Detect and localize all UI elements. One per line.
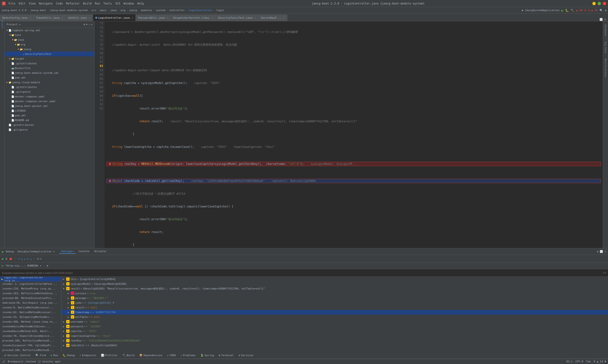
indent-indicator[interactable]: Tab (586, 360, 591, 363)
var-item[interactable]: ▶ o this = {LoginController@16054} (62, 277, 608, 281)
var-item[interactable]: ▶ o result = = null (62, 305, 608, 310)
notifications-icon[interactable]: Notifications (604, 59, 607, 77)
debug-step-over-btn[interactable]: ↷ (18, 257, 20, 261)
var-item-realkey[interactable]: ▶ o realKey = = "2297e308e8b97aed9fb3274… (62, 338, 608, 343)
breadcrumb-item-10[interactable]: controller (169, 9, 185, 12)
breadcrumb-item-1[interactable]: jeecg-boot (30, 9, 46, 12)
debug-frame[interactable]: invokeJoinpoint:749, CglibAopPr... (0, 343, 61, 348)
tab-dispatcher-servlet[interactable]: DispatcherServlet.class ✕ (171, 14, 215, 21)
tree-item[interactable]: 📄 .gitattributes (5, 122, 94, 127)
breadcrumb-item-3[interactable]: src (91, 9, 96, 12)
tree-item[interactable]: 📄 .gitignore (5, 89, 94, 94)
tab-token-utils[interactable]: TokenUtils.java ✕ (34, 14, 65, 21)
tab-close-icon[interactable]: ✕ (167, 16, 168, 19)
debug-stop-btn[interactable]: ⏹ (9, 257, 12, 261)
var-item-timestamp[interactable]: ▶ o timestamp = = 1680077412706 (62, 310, 608, 314)
encoding-indicator[interactable]: UTF-8 (575, 360, 583, 363)
menu-window[interactable]: Window (124, 2, 134, 5)
find-btn[interactable]: 🔍 Find (34, 353, 48, 357)
breadcrumb-item-0[interactable]: jeecg-boot-2.3.0 (1, 9, 26, 12)
tree-item[interactable]: 📄 README.md (5, 118, 94, 122)
debug-frames-btn[interactable]: ⊞ (37, 257, 39, 260)
debug-expand-icon[interactable]: ⬜ (600, 250, 603, 253)
thread-selector[interactable]: *http-nio...: RUNNING ▾ (5, 264, 41, 267)
debug-app-name[interactable]: JeecgSystemApplication ✕ (17, 250, 55, 253)
tree-item[interactable]: 📄 jeecg-boot-parent.iml (5, 104, 94, 108)
tree-item[interactable]: ▼ 📂 java (5, 37, 94, 42)
profiler-btn[interactable]: 📊 Profiler (99, 353, 120, 357)
debug-frame[interactable]: ▶ login:83, LoginController (org.je... (0, 277, 61, 281)
tree-item[interactable]: 🐋 Dockerfile (5, 66, 94, 70)
tree-item[interactable]: 📄 LICENSE (5, 108, 94, 113)
debug-frame[interactable]: invoke:70, AspectJAroundAdvice... (0, 334, 61, 338)
tree-item[interactable]: ▶ 📁 jeecg-cloud-module (5, 80, 94, 85)
debug-pause-btn[interactable]: ⏸ (5, 257, 8, 261)
debug-frame[interactable]: invokeAdviceMethod:633, Abstr... (0, 329, 61, 334)
debug-step-out-btn[interactable]: ↑ (27, 257, 29, 261)
breadcrumb-item-9[interactable]: system (156, 9, 165, 12)
menu-run[interactable]: Run (95, 2, 100, 5)
eval-expand-icon[interactable]: + (603, 271, 605, 274)
menu-file[interactable]: File (9, 2, 15, 5)
tab-debugger[interactable]: Debugger (59, 249, 76, 254)
code-content[interactable]: //password = AesEncryptUtil.desEncrypt(s… (104, 21, 603, 248)
debug-force-step-into-btn[interactable]: ⇓ (24, 257, 26, 261)
tree-item[interactable]: 📄 jeecg-boot-module-system.iml (5, 70, 94, 75)
breadcrumb-item-11[interactable]: LoginController (189, 9, 212, 12)
debug-frame[interactable]: invoke:-1, LoginController$$Fast... (0, 281, 61, 286)
var-item[interactable]: ▶ o onlTable = = null (62, 314, 608, 319)
services-btn[interactable]: ⚙ Services (236, 353, 255, 357)
tree-item[interactable]: 📄 pom.xml (5, 75, 94, 80)
tree-item[interactable]: 📄 .gitignore (5, 127, 94, 132)
search-icon[interactable]: 🔍 (599, 9, 603, 12)
editor-toggle-btn[interactable]: ⬜ (599, 18, 603, 21)
panel-sort[interactable]: ≡ (86, 23, 88, 26)
run-btn[interactable]: ▶ Run (49, 353, 60, 357)
window-close[interactable] (603, 2, 606, 5)
big-data-icon[interactable]: Big Data (604, 42, 607, 53)
var-item-lowercase-captcha[interactable]: ▶ o lowerCaseCaptcha = = "7evs" (62, 334, 608, 338)
tree-item[interactable]: 📄 docker-compose-server.yaml (5, 99, 94, 104)
tab-close-icon[interactable]: ✕ (132, 16, 133, 19)
tree-item[interactable]: 📄 .gitattributes (5, 85, 94, 89)
tree-item[interactable]: ▶ 📁 target (5, 56, 94, 61)
debug-resume-btn[interactable]: ▶ (2, 257, 4, 261)
tab-console[interactable]: Console (77, 249, 91, 254)
tree-item[interactable]: 📄 .gitattributes (5, 61, 94, 66)
dependencies-btn[interactable]: 📦 Dependencies (137, 353, 164, 357)
debug-settings-icon[interactable]: ⚙ (597, 250, 598, 253)
terminal-btn[interactable]: ⊞ Terminal (217, 353, 236, 357)
menu-refactor[interactable]: Refactor (66, 2, 80, 5)
tab-jwt-util[interactable]: JwtUtil.java ✕ (65, 14, 93, 21)
code-scroll[interactable]: 73 74 75 76 77 78 79 80 81 82 83 84 85 8… (95, 21, 603, 248)
tab-redis-config[interactable]: RedisConfig.java ✕ (0, 14, 34, 21)
tree-item[interactable]: ▼ 📂 jeecg (5, 47, 94, 52)
spring-btn[interactable]: 🍃 Spring (198, 353, 216, 357)
debug-frame[interactable]: invoke:496, Method (java.lang.re... (0, 319, 61, 324)
debug-run-to-cursor-btn[interactable]: ↘ (30, 257, 31, 261)
database-icon[interactable]: Database (604, 25, 607, 36)
var-item[interactable]: ▼ o result = {Result@16289} "Result(succ… (62, 286, 608, 291)
debug-frame[interactable]: invoke:43, DelegatingMethodAcc... (0, 314, 61, 319)
debug-frame[interactable]: proceed:186, ReflectiveMethodI... (0, 338, 61, 343)
menu-view[interactable]: View (29, 2, 36, 5)
menu-edit[interactable]: Edit (19, 2, 26, 5)
var-item-redisutil[interactable]: ▶ oo redisUtil = = {RedisUtil@16064} (62, 343, 608, 348)
tab-secret-key[interactable]: SecretKeyF... ✕ (259, 14, 287, 21)
tree-item[interactable]: ▼ 📁 test (5, 33, 94, 37)
panel-settings[interactable]: ⚙ (83, 23, 85, 26)
debug-close-icon[interactable]: ✕ (605, 250, 606, 253)
run-icon[interactable]: ▶ (561, 9, 563, 12)
var-item-username[interactable]: ▶ o username = = "admin" (62, 319, 608, 324)
todo-btn[interactable]: ☑ TODO (165, 353, 178, 357)
tree-item[interactable]: ▼ 📄 logback-spring.xml (5, 28, 94, 33)
breadcrumb-item-7[interactable]: jeecg (129, 9, 137, 12)
filter-icon[interactable]: ⊕ (47, 264, 49, 267)
tab-close-icon[interactable]: ✕ (62, 16, 63, 19)
tab-close-icon[interactable]: ✕ (89, 16, 90, 19)
build-btn[interactable]: 🔨 Build (121, 353, 136, 357)
problems-btn[interactable]: ⚠ Problems (179, 353, 197, 357)
breadcrumb-item-4[interactable]: main (100, 9, 107, 12)
settings-icon[interactable]: ⚙ (605, 9, 607, 12)
tab-close-icon[interactable]: ✕ (211, 16, 213, 19)
